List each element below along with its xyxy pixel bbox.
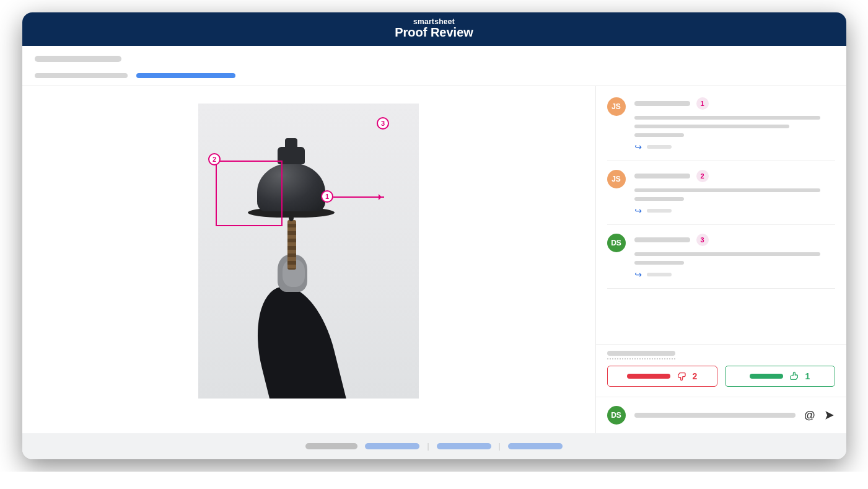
reject-count: 2 xyxy=(693,371,698,381)
comment-item[interactable]: JS2↩ xyxy=(607,170,835,225)
breadcrumb-bar xyxy=(22,46,846,86)
annotation-box-2[interactable] xyxy=(216,161,283,226)
thumbs-up-icon xyxy=(789,371,799,381)
body: 1 2 3 JS1↩JS2↩DS3↩ 2 xyxy=(22,86,846,433)
commenter-name-placeholder xyxy=(634,174,690,178)
comment-meta-placeholder xyxy=(634,197,684,201)
brand-label: smartsheet xyxy=(22,17,846,26)
image-handle xyxy=(287,220,296,270)
comment-text-placeholder xyxy=(634,252,820,256)
annotation-pin-2[interactable]: 2 xyxy=(208,153,221,165)
footer-item-2[interactable] xyxy=(365,443,419,449)
footer-toolbar: | | xyxy=(22,433,846,459)
app-window: smartsheet Proof Review 1 xyxy=(22,12,846,459)
proof-image[interactable]: 1 2 3 xyxy=(198,104,419,399)
approve-button[interactable]: 1 xyxy=(725,366,835,387)
comment-input[interactable] xyxy=(634,413,796,418)
comment-text-placeholder xyxy=(634,116,820,120)
comment-item[interactable]: JS1↩ xyxy=(607,97,835,161)
footer-item-1[interactable] xyxy=(305,443,357,449)
breadcrumb-placeholder xyxy=(35,73,128,78)
breadcrumb-link-placeholder[interactable] xyxy=(136,73,235,78)
decision-label-placeholder xyxy=(607,351,675,356)
reply-label-placeholder[interactable] xyxy=(647,209,672,213)
commenter-name-placeholder xyxy=(634,101,690,106)
reply-label-placeholder[interactable] xyxy=(647,145,672,149)
annotation-badge[interactable]: 3 xyxy=(696,234,709,246)
footer-divider-1: | xyxy=(427,442,429,451)
comment-meta-placeholder xyxy=(634,133,684,137)
app-header: smartsheet Proof Review xyxy=(22,12,846,46)
decision-section: 2 1 xyxy=(596,344,846,397)
commenter-name-placeholder xyxy=(634,237,690,242)
comment-text-placeholder xyxy=(634,188,820,192)
mention-button[interactable]: @ xyxy=(804,409,815,422)
reply-icon[interactable]: ↩ xyxy=(634,206,642,216)
proof-canvas[interactable]: 1 2 3 xyxy=(22,86,596,433)
footer-divider-2: | xyxy=(499,442,501,451)
composer-avatar: DS xyxy=(607,406,626,425)
annotation-badge[interactable]: 2 xyxy=(696,170,709,182)
image-arm xyxy=(244,278,351,399)
image-clapper xyxy=(289,215,294,221)
approve-count: 1 xyxy=(805,371,810,381)
approve-label-placeholder xyxy=(750,374,783,379)
avatar: DS xyxy=(607,234,626,252)
proof-name-placeholder xyxy=(35,56,121,62)
annotation-arrow-1[interactable] xyxy=(333,196,384,198)
decision-underline xyxy=(607,358,675,359)
thumbs-down-icon xyxy=(677,371,686,381)
comment-item[interactable]: DS3↩ xyxy=(607,234,835,289)
footer-item-4[interactable] xyxy=(508,443,563,449)
annotation-badge[interactable]: 1 xyxy=(696,97,709,110)
avatar: JS xyxy=(607,170,626,188)
page-title: Proof Review xyxy=(22,25,846,40)
reply-label-placeholder[interactable] xyxy=(647,273,672,276)
avatar: JS xyxy=(607,97,626,116)
comment-meta-placeholder xyxy=(634,261,684,265)
reply-icon[interactable]: ↩ xyxy=(634,142,642,152)
comments-panel: JS1↩JS2↩DS3↩ 2 1 xyxy=(596,86,846,433)
send-icon[interactable] xyxy=(824,410,835,421)
reject-button[interactable]: 2 xyxy=(607,366,717,387)
comment-text-placeholder xyxy=(634,125,789,128)
comments-list: JS1↩JS2↩DS3↩ xyxy=(596,86,846,344)
reject-label-placeholder xyxy=(627,374,670,379)
reply-icon[interactable]: ↩ xyxy=(634,270,642,280)
annotation-pin-1[interactable]: 1 xyxy=(321,190,333,203)
annotation-pin-3[interactable]: 3 xyxy=(377,117,389,130)
footer-item-3[interactable] xyxy=(437,443,491,449)
comment-composer: DS @ xyxy=(596,397,846,433)
